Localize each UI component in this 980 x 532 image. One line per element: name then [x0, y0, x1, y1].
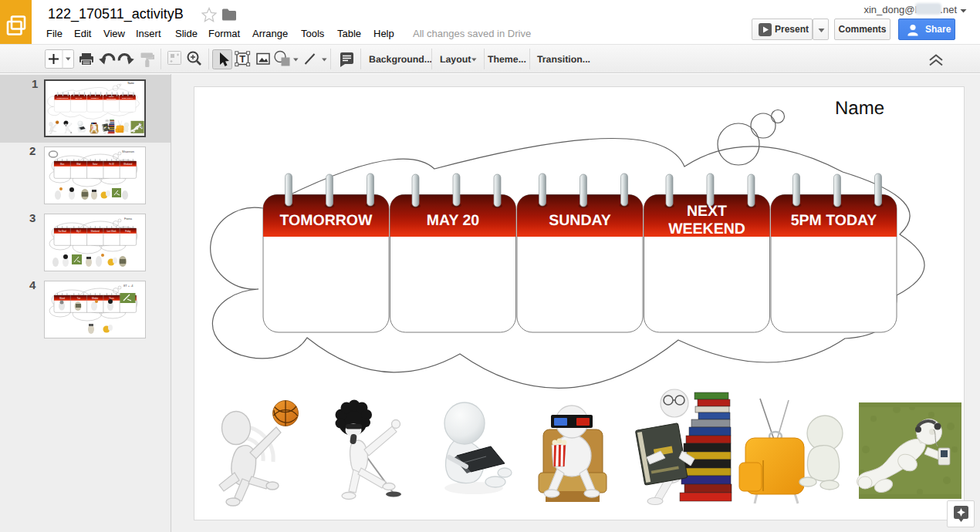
svg-text:Weekend: Weekend	[123, 163, 132, 166]
svg-text:Satur: Satur	[93, 163, 97, 166]
svg-text:Sat Brad: Sat Brad	[59, 230, 67, 233]
svg-text:Theme...: Theme...	[488, 54, 526, 65]
svg-text:Wedne: Wedne	[92, 297, 99, 300]
svg-text:Fiona: Fiona	[124, 217, 133, 221]
svg-text:Friday: Friday	[125, 230, 131, 233]
svg-text:T: T	[239, 53, 245, 65]
svg-text:SUNDAY: SUNDAY	[549, 212, 611, 229]
svg-text:Shannon: Shannon	[122, 150, 134, 153]
svg-text:Thurs: Thurs	[109, 297, 114, 300]
svg-text:Tue: Tue	[77, 297, 81, 300]
svg-text:Background...: Background...	[369, 54, 432, 65]
svg-text:Layout: Layout	[440, 54, 471, 65]
svg-text:Mond: Mond	[59, 297, 65, 300]
svg-text:Last Week: Last Week	[106, 230, 117, 233]
svg-text:NEXT: NEXT	[687, 203, 727, 220]
svg-text:Wed: Wed	[76, 163, 81, 166]
svg-text:Name: Name	[835, 98, 884, 119]
svg-text:Mon: Mon	[60, 163, 65, 166]
svg-text:8T + .4: 8T + .4	[123, 284, 133, 288]
svg-text:Transition...: Transition...	[537, 54, 590, 65]
svg-text:WEEKEND: WEEKEND	[668, 221, 745, 237]
svg-text:Fri W: Fri W	[109, 163, 114, 166]
svg-text:MAY 20: MAY 20	[427, 212, 479, 229]
svg-text:5PM TODAY: 5PM TODAY	[791, 212, 877, 229]
svg-text:Weekend: Weekend	[91, 230, 100, 233]
svg-text:TOMORROW: TOMORROW	[280, 212, 373, 229]
svg-text:My 2: My 2	[76, 230, 81, 233]
